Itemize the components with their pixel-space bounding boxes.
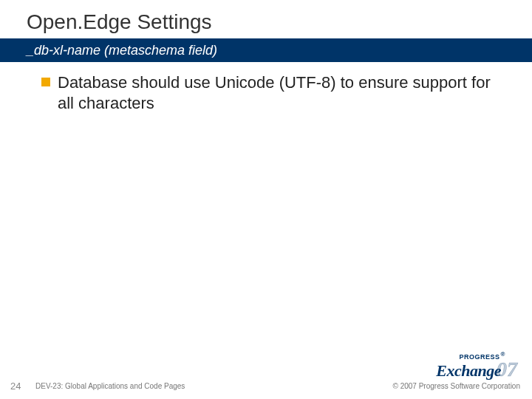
bullet-square-icon: [41, 78, 50, 86]
footer-copyright: © 2007 Progress Software Corporation: [393, 382, 520, 390]
logo-year: 07: [497, 359, 517, 380]
logo-exchange-text: Exchange: [436, 363, 501, 379]
footer-session: DEV-23: Global Applications and Code Pag…: [35, 382, 185, 390]
footer: 24 DEV-23: Global Applications and Code …: [0, 355, 532, 399]
slide-title: Open.Edge Settings: [27, 10, 532, 34]
progress-exchange-logo: PROGRESS® Exchange 07: [436, 352, 517, 380]
bullet-item: Database should use Unicode (UTF-8) to e…: [41, 72, 502, 113]
slide-subtitle: _db-xl-name (metaschema field): [27, 43, 217, 58]
subtitle-bar: _db-xl-name (metaschema field): [0, 38, 532, 62]
bullet-text: Database should use Unicode (UTF-8) to e…: [58, 72, 502, 113]
content-area: Database should use Unicode (UTF-8) to e…: [0, 62, 532, 113]
page-number: 24: [10, 381, 21, 392]
